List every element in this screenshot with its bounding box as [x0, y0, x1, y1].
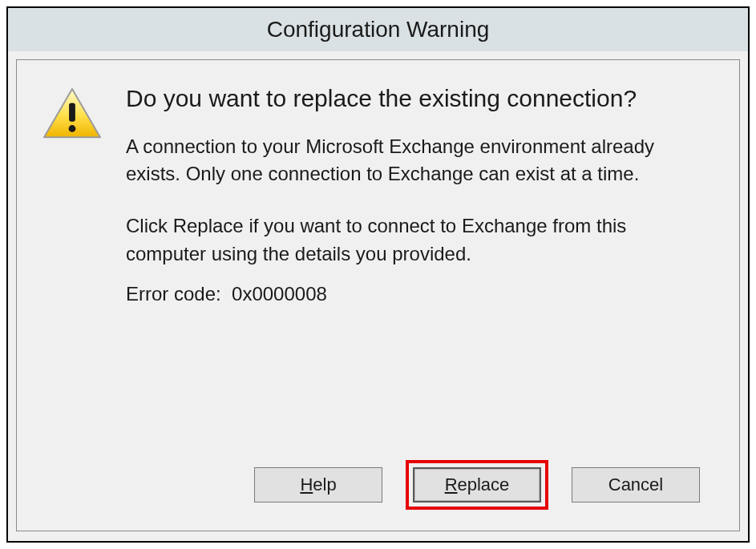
replace-button[interactable]: Replace [413, 467, 541, 503]
replace-accel: R [445, 474, 458, 495]
main-row: Do you want to replace the existing conn… [41, 83, 715, 305]
svg-rect-1 [69, 103, 75, 121]
help-rest: elp [313, 474, 336, 495]
error-code: 0x0000008 [232, 283, 327, 305]
dialog-body-wrapper: Do you want to replace the existing conn… [8, 51, 748, 541]
help-button[interactable]: Help [254, 467, 382, 503]
replace-rest: eplace [458, 474, 510, 495]
dialog-title: Configuration Warning [267, 17, 490, 42]
dialog-paragraph-2: Click Replace if you want to connect to … [126, 212, 709, 268]
error-label: Error code: [126, 283, 221, 305]
replace-button-wrap: Replace [406, 460, 548, 510]
help-button-wrap: Help [247, 460, 390, 510]
cancel-label: Cancel [608, 474, 663, 495]
warning-icon [41, 83, 103, 145]
button-row: Help Replace Cancel [41, 460, 715, 515]
spacer [41, 305, 715, 460]
configuration-warning-dialog: Configuration Warning [6, 6, 750, 543]
cancel-button-wrap: Cancel [564, 460, 707, 510]
dialog-titlebar: Configuration Warning [8, 8, 748, 51]
error-line: Error code: 0x0000008 [126, 283, 709, 305]
dialog-content-panel: Do you want to replace the existing conn… [16, 59, 740, 531]
help-accel: H [300, 474, 313, 495]
svg-point-2 [69, 125, 76, 132]
cancel-button[interactable]: Cancel [572, 467, 700, 503]
text-column: Do you want to replace the existing conn… [126, 83, 715, 305]
dialog-heading: Do you want to replace the existing conn… [126, 83, 709, 115]
dialog-paragraph-1: A connection to your Microsoft Exchange … [126, 133, 709, 189]
